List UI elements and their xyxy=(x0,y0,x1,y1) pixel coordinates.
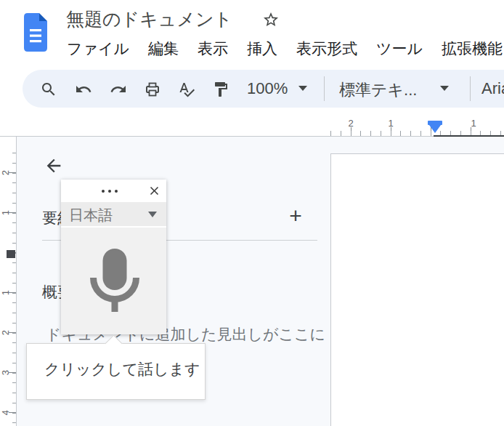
language-caret-icon xyxy=(148,212,157,217)
menu-bar: ファイル 編集 表示 挿入 表示形式 ツール 拡張機能 xyxy=(67,38,503,60)
menu-edit[interactable]: 編集 xyxy=(148,38,179,60)
voice-popup-header xyxy=(61,180,166,202)
spell-check-icon[interactable] xyxy=(178,81,195,98)
document-title[interactable]: 無題のドキュメント xyxy=(66,7,232,31)
star-icon[interactable] xyxy=(262,11,280,28)
microphone-button[interactable] xyxy=(61,228,166,334)
menu-tools[interactable]: ツール xyxy=(376,38,423,60)
ruler-number: 1 xyxy=(386,118,396,129)
language-select[interactable]: 日本語 xyxy=(61,202,166,226)
google-docs-app: 無題のドキュメント ファイル 編集 表示 挿入 表示形式 ツール 拡張機能 xyxy=(0,0,504,426)
vertical-ruler-border xyxy=(16,137,17,426)
ruler-text-area-line xyxy=(434,135,504,137)
undo-icon[interactable] xyxy=(75,81,92,98)
left-indent-marker[interactable] xyxy=(429,125,441,133)
ruler-number: 1 xyxy=(0,208,11,218)
ruler-number: 3 xyxy=(0,368,11,378)
ruler-number: 1 xyxy=(468,118,479,129)
menu-insert[interactable]: 挿入 xyxy=(247,38,277,60)
close-panel-arrow-icon[interactable] xyxy=(44,156,64,176)
microphone-icon xyxy=(89,249,140,313)
more-options-icon[interactable] xyxy=(102,190,118,193)
menu-extensions[interactable]: 拡張機能 xyxy=(442,38,503,60)
docs-logo-icon[interactable] xyxy=(24,13,47,52)
ruler-number: 2 xyxy=(0,168,11,178)
ruler-number: 2 xyxy=(0,328,11,338)
ruler-number: 4 xyxy=(0,408,11,418)
font-select[interactable]: Aria xyxy=(481,79,504,98)
menu-file[interactable]: ファイル xyxy=(67,38,129,60)
redo-icon[interactable] xyxy=(110,81,127,98)
search-icon[interactable] xyxy=(40,81,57,98)
toolbar-separator xyxy=(324,76,325,101)
voice-tooltip: クリックして話します xyxy=(26,343,206,400)
style-caret-icon[interactable] xyxy=(440,86,449,91)
print-icon[interactable] xyxy=(144,81,161,98)
add-summary-button[interactable]: + xyxy=(285,203,306,229)
paint-format-icon[interactable] xyxy=(212,81,229,98)
ruler-number: 2 xyxy=(346,118,356,129)
close-icon[interactable] xyxy=(147,184,161,198)
toolbar: 100% 標準テキ... Aria xyxy=(23,70,504,108)
top-margin-handle[interactable] xyxy=(7,250,15,258)
language-value: 日本語 xyxy=(69,206,113,225)
paragraph-style-select[interactable]: 標準テキ... xyxy=(339,79,417,101)
ruler-number: 1 xyxy=(0,288,11,298)
voice-typing-popup: 日本語 xyxy=(61,180,166,334)
document-page[interactable] xyxy=(330,153,504,426)
zoom-select[interactable]: 100% xyxy=(247,79,288,98)
menu-view[interactable]: 表示 xyxy=(198,38,228,60)
ruler-baseline xyxy=(0,136,504,137)
menu-format[interactable]: 表示形式 xyxy=(296,38,357,60)
zoom-caret-icon[interactable] xyxy=(298,86,307,91)
toolbar-separator xyxy=(470,76,471,101)
tooltip-text: クリックして話します xyxy=(44,359,200,379)
